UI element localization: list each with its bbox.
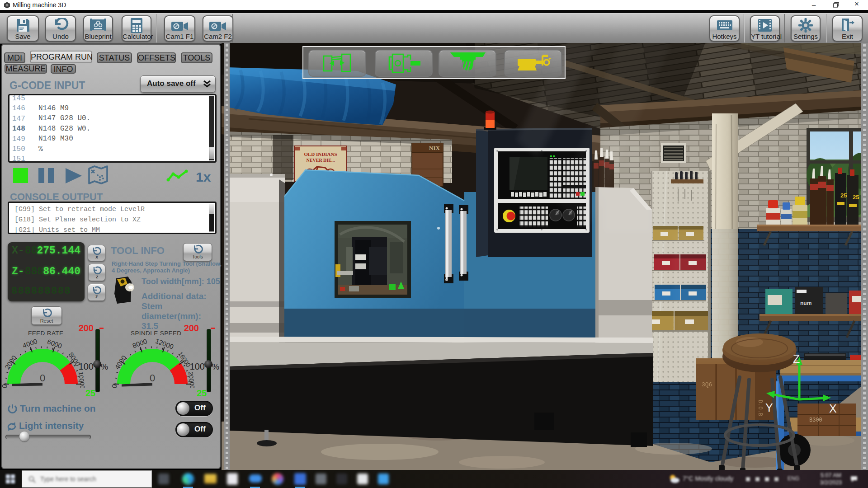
svg-text:NEVER DIE...: NEVER DIE... [307,158,335,163]
svg-text:NIX: NIX [429,145,440,151]
svg-text:12000: 12000 [154,337,175,351]
svg-text:D.O.B: D.O.B [757,400,763,416]
svg-text:3Q6: 3Q6 [702,381,712,388]
svg-text:0: 0 [150,372,155,384]
svg-text:B300: B300 [809,417,822,423]
svg-text:25: 25 [840,192,847,199]
svg-text:Y: Y [765,401,773,414]
svg-text:10000: 10000 [77,371,86,388]
svg-text:0: 0 [40,372,45,384]
svg-text:X: X [829,402,837,415]
svg-text:25: 25 [853,194,859,201]
svg-text:OLD INDIANS: OLD INDIANS [304,151,337,157]
svg-text:20000: 20000 [187,371,196,388]
